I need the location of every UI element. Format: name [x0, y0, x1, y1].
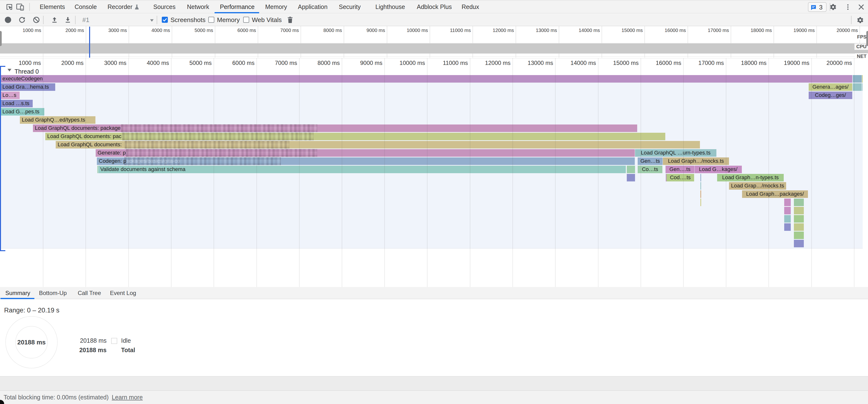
svg-text:20188 ms: 20188 ms [17, 339, 45, 346]
